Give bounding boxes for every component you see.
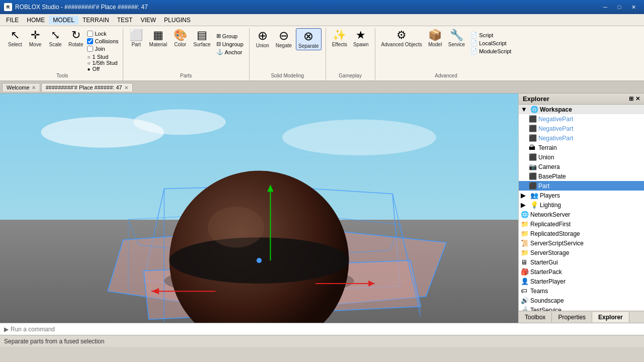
parts-label: Parts (127, 72, 245, 80)
explorer-item-negativepart3[interactable]: ⬛ NegativePart (519, 133, 644, 143)
tab-welcome-close[interactable]: ✕ (32, 85, 36, 90)
ribbon-group-gameplay: ✨ Effects ★ Spawn Gameplay (326, 28, 375, 80)
testservice-icon: 🔬 (521, 306, 529, 311)
gameplay-label: Gameplay (330, 72, 371, 80)
rotate-button[interactable]: ↻ Rotate (66, 28, 85, 48)
service-button[interactable]: 🔧 Service (446, 28, 467, 48)
explorer-item-union[interactable]: ⬛ Union (519, 152, 644, 162)
menu-file[interactable]: FILE (2, 16, 23, 25)
window-controls: ─ □ ✕ (599, 2, 640, 12)
explorer-close-icon[interactable]: ✕ (635, 96, 640, 102)
union-button[interactable]: ⊕ Union (254, 28, 272, 49)
close-button[interactable]: ✕ (627, 2, 640, 12)
scene-svg (0, 94, 518, 323)
script-button[interactable]: 📄Script (469, 31, 513, 39)
maximize-button[interactable]: □ (613, 2, 626, 12)
window-title: ROBLOX Studio - #########'# Place ######… (15, 4, 148, 11)
collisions-checkbox[interactable]: Collisions (87, 38, 118, 45)
title-bar: R ROBLOX Studio - #########'# Place ####… (0, 0, 644, 14)
workspace-expand-icon: ▼ (521, 106, 529, 113)
part-label: Part (538, 183, 642, 190)
menu-test[interactable]: TEST (113, 16, 137, 25)
explorer-item-starterpack[interactable]: 🎒 StarterPack (519, 267, 644, 277)
testservice-label: TestService (530, 307, 642, 311)
explorer-item-replicatedstorage[interactable]: 📁 ReplicatedStorage (519, 229, 644, 238)
negativepart2-icon: ⬛ (529, 125, 537, 132)
starterplayer-icon: 👤 (521, 278, 529, 285)
tab-place-close[interactable]: ✕ (124, 85, 128, 90)
tab-welcome[interactable]: Welcome ✕ (2, 83, 40, 92)
toolbox-tab[interactable]: Toolbox (519, 312, 552, 322)
explorer-item-teams[interactable]: 🏷 Teams (519, 286, 644, 296)
ribbon-group-solid-modeling: ⊕ Union ⊖ Negate ⊗ Separate Solid Modeli… (250, 28, 326, 80)
viewport[interactable] (0, 94, 518, 323)
explorer-item-serverscriptservice[interactable]: 📜 ServerScriptService (519, 238, 644, 248)
ungroup-button[interactable]: ⊟Ungroup (215, 40, 245, 48)
menu-plugins[interactable]: PLUGINS (160, 16, 195, 25)
surface-button[interactable]: ▤ Surface (191, 28, 212, 48)
menu-home[interactable]: HOME (23, 16, 49, 25)
explorer-item-serverstorage[interactable]: 📁 ServerStorage (519, 248, 644, 257)
color-button[interactable]: 🎨 Color (171, 28, 189, 48)
tools-buttons: ↖ Select ✛ Move ⤡ Scale ↻ Rotate (6, 28, 119, 72)
join-checkbox[interactable]: Join (87, 45, 118, 52)
teams-icon: 🏷 (521, 287, 529, 295)
part-icon: ⬛ (529, 182, 537, 190)
negate-button[interactable]: ⊖ Negate (274, 28, 294, 49)
stud-15-radio[interactable]: ○ 1/5th Stud (87, 60, 118, 66)
explorer-item-testservice[interactable]: 🔬 TestService (519, 305, 644, 311)
explorer-item-networkserver[interactable]: 🌐 NetworkServer (519, 210, 644, 219)
camera-icon: 📷 (529, 163, 537, 170)
local-script-button[interactable]: 📄LocalScript (469, 39, 513, 47)
material-button[interactable]: ▦ Material (147, 28, 170, 48)
menu-view[interactable]: VIEW (136, 16, 160, 25)
explorer-item-replicatedfirst[interactable]: 📁 ReplicatedFirst (519, 219, 644, 229)
group-button[interactable]: ⊞Group (215, 32, 245, 40)
menu-model[interactable]: MODEL (49, 16, 78, 25)
explorer-item-soundscape[interactable]: 🔊 Soundscape (519, 296, 644, 305)
stud-off-radio[interactable]: ● Off (87, 66, 118, 72)
explorer-item-negativepart2[interactable]: ⬛ NegativePart (519, 124, 644, 133)
negativepart3-label: NegativePart (538, 135, 642, 142)
move-button[interactable]: ✛ Move (26, 28, 44, 48)
starterpack-label: StarterPack (530, 268, 642, 276)
part-button[interactable]: ⬜ Part (127, 28, 145, 48)
tab-bar: Welcome ✕ #########'# Place ######: 47 ✕ (0, 81, 644, 94)
explorer-item-players[interactable]: ▶ 👥 Players (519, 191, 644, 200)
minimize-button[interactable]: ─ (599, 2, 612, 12)
explorer-item-workspace[interactable]: ▼ 🌐 Workspace (519, 105, 644, 114)
explorer-item-camera[interactable]: 📷 Camera (519, 162, 644, 171)
select-button[interactable]: ↖ Select (6, 28, 24, 48)
explorer-tab[interactable]: Explorer (592, 312, 629, 322)
starterplayer-label: StarterPlayer (530, 278, 642, 285)
advanced-label: Advanced (379, 72, 513, 80)
scale-button[interactable]: ⤡ Scale (46, 28, 64, 48)
menu-terrain[interactable]: TERRAIN (78, 16, 113, 25)
explorer-item-starterplayer[interactable]: 👤 StarterPlayer (519, 277, 644, 286)
properties-tab[interactable]: Properties (552, 312, 592, 322)
explorer-item-terrain[interactable]: 🏔 Terrain (519, 143, 644, 152)
module-script-button[interactable]: 📄ModuleScript (469, 47, 513, 55)
effects-button[interactable]: ✨ Effects (330, 28, 349, 48)
explorer-expand-icon[interactable]: ⊞ (629, 96, 633, 102)
explorer-item-baseplate[interactable]: ⬛ BasePlate (519, 171, 644, 181)
explorer-item-part[interactable]: ⬛ Part (519, 181, 644, 191)
advanced-objects-button[interactable]: ⚙ Advanced Objects (379, 28, 424, 48)
model-button[interactable]: 📦 Model (426, 28, 444, 48)
separate-button[interactable]: ⊗ Separate (296, 28, 321, 50)
spawn-button[interactable]: ★ Spawn (351, 28, 371, 48)
stud-1-radio[interactable]: ○ 1 Stud (87, 54, 118, 60)
baseplate-icon: ⬛ (529, 172, 537, 180)
ribbon: ↖ Select ✛ Move ⤡ Scale ↻ Rotate (0, 26, 644, 81)
explorer-item-startergui[interactable]: 🖥 StarterGui (519, 257, 644, 267)
advanced-buttons: ⚙ Advanced Objects 📦 Model 🔧 Service 📄Sc… (379, 28, 513, 72)
lighting-expand: ▶ (521, 201, 529, 209)
lock-checkbox[interactable]: Lock (87, 30, 118, 37)
command-input[interactable] (11, 326, 640, 333)
players-label: Players (540, 192, 642, 199)
explorer-item-negativepart1[interactable]: ⬛ NegativePart (519, 114, 644, 124)
explorer-item-lighting[interactable]: ▶ 💡 Lighting (519, 200, 644, 210)
anchor-button[interactable]: ⚓Anchor (215, 48, 245, 56)
tab-place[interactable]: #########'# Place ######: 47 ✕ (41, 83, 133, 92)
camera-label: Camera (538, 163, 642, 170)
